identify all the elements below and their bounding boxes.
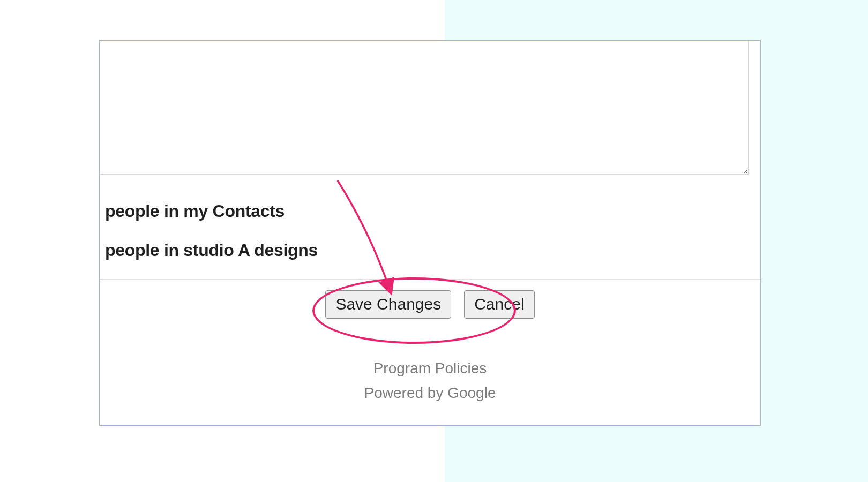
settings-panel: people in my Contacts people in studio A… [99,40,761,426]
message-textarea[interactable] [100,41,749,175]
option-studio-a[interactable]: people in studio A designs [105,240,318,260]
options-list: people in my Contacts people in studio A… [105,201,318,280]
textarea-container [100,41,749,175]
section-divider [100,279,760,280]
program-policies-link[interactable]: Program Policies [100,360,760,377]
cancel-button[interactable]: Cancel [464,290,534,319]
save-changes-button[interactable]: Save Changes [325,290,451,319]
option-contacts[interactable]: people in my Contacts [105,201,318,221]
powered-by-label: Powered by Google [100,385,760,402]
footer: Program Policies Powered by Google [100,360,760,402]
action-button-row: Save Changes Cancel [100,290,760,319]
